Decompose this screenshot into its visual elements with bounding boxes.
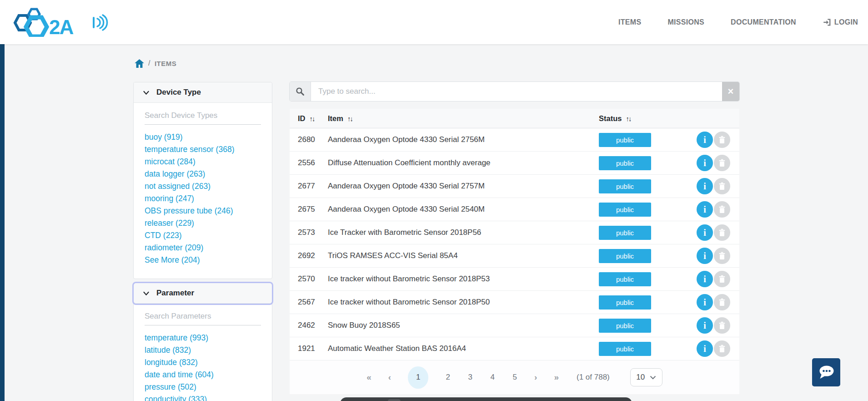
- table-row: 2556 Diffuse Attenuation Coefficient mon…: [290, 152, 739, 175]
- row-actions: i: [697, 317, 739, 334]
- device-type-panel: Device Type buoy (919)temperature sensor…: [133, 82, 272, 279]
- trash-icon: [718, 182, 726, 190]
- logo[interactable]: 2A: [13, 8, 112, 37]
- filter-option[interactable]: conductivity (333): [145, 393, 261, 401]
- parameter-list: temperature (993)latitude (832)longitude…: [145, 332, 261, 401]
- nav-login[interactable]: LOGIN: [823, 18, 858, 26]
- chat-button[interactable]: [812, 358, 840, 386]
- prev-page-button[interactable]: ‹: [388, 372, 391, 382]
- info-button[interactable]: i: [697, 201, 713, 218]
- info-button[interactable]: i: [697, 132, 713, 148]
- filter-option[interactable]: longitude (832): [145, 356, 261, 369]
- delete-button[interactable]: [714, 317, 730, 334]
- row-id: 2680: [290, 135, 328, 144]
- parameter-search-input[interactable]: [145, 311, 261, 325]
- filter-option[interactable]: buoy (919): [145, 131, 261, 143]
- row-actions: i: [697, 224, 739, 241]
- info-button[interactable]: i: [697, 178, 713, 194]
- nav-items[interactable]: ITEMS: [618, 18, 641, 26]
- status-badge: public: [599, 249, 651, 263]
- page-size-value: 10: [636, 373, 645, 382]
- filter-option[interactable]: pressure (502): [145, 381, 261, 393]
- parameter-panel-header[interactable]: Parameter: [134, 283, 272, 304]
- page-button-1[interactable]: 1: [408, 366, 428, 389]
- nav-missions[interactable]: MISSIONS: [667, 18, 704, 26]
- page-button-2[interactable]: 2: [445, 373, 451, 382]
- filter-option[interactable]: OBS pressure tube (246): [145, 205, 261, 217]
- delete-button[interactable]: [714, 248, 730, 264]
- clear-search-button[interactable]: ×: [722, 82, 739, 101]
- delete-button[interactable]: [714, 155, 730, 171]
- info-button[interactable]: i: [697, 340, 713, 357]
- table-row: 2462 Snow Buoy 2018S65 public i: [290, 314, 739, 337]
- info-button[interactable]: i: [697, 224, 713, 241]
- row-id: 2556: [290, 158, 328, 168]
- filter-option[interactable]: data logger (263): [145, 168, 261, 180]
- info-button[interactable]: i: [697, 294, 713, 310]
- row-id: 2462: [290, 321, 328, 330]
- signal-waves-icon: [91, 13, 112, 31]
- column-header-status: Status↑↓: [599, 114, 739, 123]
- device-type-see-more-link[interactable]: See More (204): [145, 255, 200, 264]
- search-input[interactable]: [311, 82, 722, 101]
- row-item: TriOS RAMSES ACC-VIS Serial 85A4: [328, 251, 599, 260]
- delete-button[interactable]: [714, 224, 730, 241]
- trash-icon: [718, 275, 726, 283]
- filter-option[interactable]: date and time (604): [145, 369, 261, 381]
- delete-button[interactable]: [714, 271, 730, 287]
- device-type-panel-header[interactable]: Device Type: [134, 82, 272, 103]
- filter-option[interactable]: CTD (223): [145, 229, 261, 242]
- home-icon[interactable]: [135, 59, 144, 68]
- filter-option[interactable]: latitude (832): [145, 344, 261, 356]
- delete-button[interactable]: [714, 201, 730, 218]
- column-header-item: Item↑↓: [328, 114, 599, 123]
- row-id: 2567: [290, 298, 328, 307]
- info-button[interactable]: i: [697, 271, 713, 287]
- nav-missions-label: MISSIONS: [667, 18, 704, 26]
- info-button[interactable]: i: [697, 317, 713, 334]
- nav-documentation[interactable]: DOCUMENTATION: [731, 18, 796, 26]
- close-icon: ×: [728, 86, 734, 97]
- filter-option[interactable]: mooring (247): [145, 193, 261, 205]
- column-status-label: Status: [599, 114, 622, 123]
- page-size-select[interactable]: 10: [630, 368, 662, 386]
- delete-button[interactable]: [714, 340, 730, 357]
- page-button-5[interactable]: 5: [512, 373, 517, 382]
- sort-icon[interactable]: ↑↓: [626, 115, 631, 122]
- first-page-button[interactable]: «: [366, 372, 371, 382]
- delete-button[interactable]: [714, 132, 730, 148]
- info-icon: i: [703, 181, 706, 192]
- filter-option[interactable]: releaser (229): [145, 217, 261, 229]
- chevron-down-icon: [143, 291, 150, 296]
- row-item: Ice tracker without Barometric Sensor 20…: [328, 274, 599, 284]
- status-badge: public: [599, 203, 651, 217]
- filter-option[interactable]: temperature (993): [145, 332, 261, 344]
- page-button-4[interactable]: 4: [490, 373, 495, 382]
- filter-option[interactable]: radiometer (209): [145, 242, 261, 254]
- next-page-button[interactable]: ›: [534, 372, 537, 382]
- page-button-3[interactable]: 3: [467, 373, 473, 382]
- sort-icon[interactable]: ↑↓: [310, 115, 315, 122]
- row-actions: i: [697, 178, 739, 194]
- table-header-row: ID↑↓ Item↑↓ Status↑↓: [290, 109, 739, 128]
- table-row: 2675 Aanderaa Oxygen Optode 4330 Serial …: [290, 198, 739, 221]
- row-actions: i: [697, 201, 739, 218]
- filter-option[interactable]: temperature sensor (368): [145, 143, 261, 156]
- device-type-search-input[interactable]: [145, 110, 261, 125]
- table-row: 2570 Ice tracker without Barometric Sens…: [290, 268, 739, 291]
- info-button[interactable]: i: [697, 248, 713, 264]
- last-page-button[interactable]: »: [554, 372, 559, 382]
- login-icon: [823, 18, 831, 26]
- row-actions: i: [697, 155, 739, 171]
- row-item: Aanderaa Oxygen Optode 4330 Serial 2540M: [328, 205, 599, 214]
- filter-option[interactable]: not assigned (263): [145, 180, 261, 193]
- delete-button[interactable]: [714, 178, 730, 194]
- filter-option[interactable]: microcat (284): [145, 156, 261, 168]
- sort-icon[interactable]: ↑↓: [347, 115, 352, 122]
- info-button[interactable]: i: [697, 155, 713, 171]
- delete-button[interactable]: [714, 294, 730, 310]
- row-id: 2692: [290, 251, 328, 260]
- table-row: 2680 Aanderaa Oxygen Optode 4330 Serial …: [290, 128, 739, 152]
- row-actions: i: [697, 271, 739, 287]
- info-icon: i: [703, 158, 706, 168]
